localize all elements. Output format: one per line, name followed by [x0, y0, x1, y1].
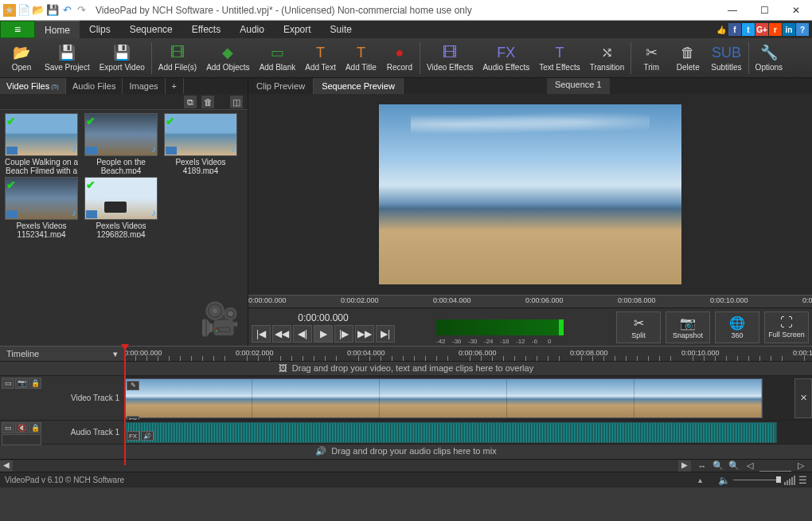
bin-view-icon[interactable]: ◫	[230, 96, 243, 108]
toolbar-video-effects[interactable]: 🎞Video Effects	[422, 40, 478, 76]
toolbar-record[interactable]: ●Record	[381, 40, 418, 76]
toolbar-trim[interactable]: ✂Trim	[633, 40, 670, 76]
toolbar-export-video[interactable]: 💾Export Video	[95, 40, 150, 76]
toolbar-add-text[interactable]: TAdd Text	[300, 40, 341, 76]
bin-tab-video-files[interactable]: Video Files(5)	[0, 78, 66, 94]
toolbar-text-effects[interactable]: TText Effects	[534, 40, 585, 76]
bin-tab-audio-files[interactable]: Audio Files	[66, 78, 123, 94]
menu-audio[interactable]: Audio	[230, 21, 274, 38]
close-button[interactable]: ✕	[780, 0, 812, 21]
goto-end-button[interactable]: ▶|	[376, 325, 395, 343]
audio-track-content[interactable]: FX🔊	[124, 421, 812, 444]
save-icon[interactable]: 💾	[46, 4, 59, 17]
zoom-slider[interactable]	[759, 460, 791, 472]
clip-item[interactable]: ✔♪Pexels Videos 1152341.mp4	[3, 177, 80, 237]
levels-icon[interactable]: ☰	[798, 475, 807, 486]
status-up-icon[interactable]: ▴	[698, 476, 702, 484]
timeline-menu-icon[interactable]: ▾	[113, 349, 118, 359]
at-lock[interactable]: 🔒	[29, 422, 41, 433]
volume-control[interactable]: 🔈 ☰	[718, 475, 807, 486]
clip-fx-icon[interactable]: FX	[127, 416, 139, 421]
bin-tab--[interactable]: +	[166, 78, 184, 94]
toolbar-audio-effects[interactable]: FXAudio Effects	[478, 40, 534, 76]
menu-export[interactable]: Export	[274, 21, 321, 38]
vt-btn3[interactable]: 🔒	[29, 378, 41, 389]
toolbar-delete[interactable]: 🗑Delete	[670, 40, 706, 76]
tab-clip-preview[interactable]: Clip Preview	[248, 78, 314, 94]
vt-btn1[interactable]: ▭	[2, 378, 14, 389]
toolbar-options[interactable]: 🔧Options	[751, 40, 787, 76]
new-icon[interactable]: 📄	[18, 4, 30, 17]
video-track-content[interactable]: ✎FX ✕	[124, 376, 812, 420]
menu-effects[interactable]: Effects	[182, 21, 230, 38]
maximize-button[interactable]: ☐	[748, 0, 780, 21]
facebook-icon[interactable]: f	[728, 23, 741, 36]
menu-clips[interactable]: Clips	[80, 21, 120, 38]
bin-delete-icon[interactable]: 🗑	[201, 96, 214, 108]
toolbar-subtitles[interactable]: SUBSubtitles	[706, 40, 746, 76]
clip-item[interactable]: ✔♪Pexels Videos 1296828.mp4	[83, 177, 159, 237]
zoom-in-icon[interactable]: 🔍	[728, 460, 740, 472]
preview-split-button[interactable]: ✂Split	[616, 311, 661, 343]
clip-item[interactable]: ✔♪Couple Walking on a Beach Filmed with …	[3, 113, 80, 174]
sequence-label[interactable]: Sequence 1	[547, 78, 610, 94]
vt-btn2[interactable]: 📷	[15, 378, 28, 389]
timeline-scrollbar[interactable]: ◀ ▶ ↔ 🔍 🔍 ◁ ▷	[0, 459, 812, 472]
toolbar-add-blank[interactable]: ▭Add Blank	[255, 40, 301, 76]
scroll-right-icon[interactable]: ▶	[678, 460, 691, 472]
step-back-button[interactable]: ◀|	[293, 325, 312, 343]
toolbar-save-project[interactable]: 💾Save Project	[40, 40, 95, 76]
ffwd-button[interactable]: ▶▶	[355, 325, 374, 343]
twitter-icon[interactable]: t	[742, 23, 755, 36]
reddit-icon[interactable]: r	[769, 23, 782, 36]
preview-canvas[interactable]	[248, 94, 812, 295]
toolbar-add-objects[interactable]: ◆Add Objects	[201, 40, 254, 76]
aclip-fx-icon[interactable]: FX	[127, 431, 139, 441]
step-fwd-button[interactable]: |▶	[334, 325, 353, 343]
zoom-out-icon[interactable]: 🔍	[712, 460, 724, 472]
clip-end-transition[interactable]: ✕	[794, 378, 812, 418]
preview-full-screen-button[interactable]: ⛶Full Screen	[764, 311, 809, 343]
toolbar-open[interactable]: 📂Open	[3, 40, 40, 76]
help-icon[interactable]: ?	[796, 23, 809, 36]
rewind-button[interactable]: ◀◀	[272, 325, 291, 343]
tab-sequence-preview[interactable]: Sequence Preview	[314, 78, 404, 94]
menu-home[interactable]: Home	[35, 21, 80, 38]
like-icon[interactable]: 👍	[715, 23, 728, 36]
bin-content[interactable]: ✔♪Couple Walking on a Beach Filmed with …	[0, 110, 248, 346]
preview-snapshot-button[interactable]: 📷Snapshot	[666, 311, 710, 343]
clip-item[interactable]: ✔♪Pexels Videos 4189.mp4	[162, 113, 239, 174]
zoom-slider-right[interactable]: ▷	[794, 460, 807, 472]
aclip-vol-icon[interactable]: 🔊	[141, 431, 154, 441]
timeline-clip[interactable]: ✎FX	[124, 378, 763, 418]
zoom-fit-icon[interactable]: ↔	[696, 460, 709, 472]
clip-item[interactable]: ✔♪People on the Beach.mp4	[83, 113, 159, 174]
timeline-ruler[interactable]: 0:00:00.0000:00:02.0000:00:04.0000:00:06…	[124, 347, 812, 361]
timeline-audio-clip[interactable]: FX🔊	[124, 422, 777, 443]
zoom-slider-left[interactable]: ◁	[744, 460, 756, 472]
toolbar-transition[interactable]: ⤭Transition	[585, 40, 630, 76]
menu-sequence[interactable]: Sequence	[120, 21, 182, 38]
hamburger-menu[interactable]: ≡	[0, 21, 35, 38]
speaker-icon[interactable]: 🔈	[718, 475, 730, 486]
google-icon[interactable]: G+	[755, 23, 768, 36]
scroll-left-icon[interactable]: ◀	[0, 460, 13, 472]
goto-start-button[interactable]: |◀	[252, 325, 271, 343]
redo-icon[interactable]: ↷	[75, 4, 88, 17]
undo-icon[interactable]: ↶	[61, 4, 73, 17]
preview-ruler[interactable]: 0:00:00.0000:00:02.0000:00:04.0000:00:06…	[248, 295, 812, 308]
bin-tab-images[interactable]: Images	[123, 78, 165, 94]
preview-360-button[interactable]: 🌐360	[715, 311, 759, 343]
at-mute[interactable]: 🔇	[15, 422, 28, 433]
playhead[interactable]	[124, 346, 126, 465]
play-button[interactable]: ▶	[314, 325, 333, 343]
menu-suite[interactable]: Suite	[321, 21, 361, 38]
minimize-button[interactable]: —	[716, 0, 748, 21]
bin-copy-icon[interactable]: ⧉	[184, 96, 197, 108]
at-btn1[interactable]: ▭	[2, 422, 14, 433]
clip-edit-icon[interactable]: ✎	[127, 381, 139, 390]
linkedin-icon[interactable]: in	[783, 23, 795, 36]
open-icon[interactable]: 📂	[32, 4, 45, 17]
toolbar-add-title[interactable]: TAdd Title	[341, 40, 381, 76]
toolbar-add-file-s-[interactable]: 🎞Add File(s)	[154, 40, 201, 76]
